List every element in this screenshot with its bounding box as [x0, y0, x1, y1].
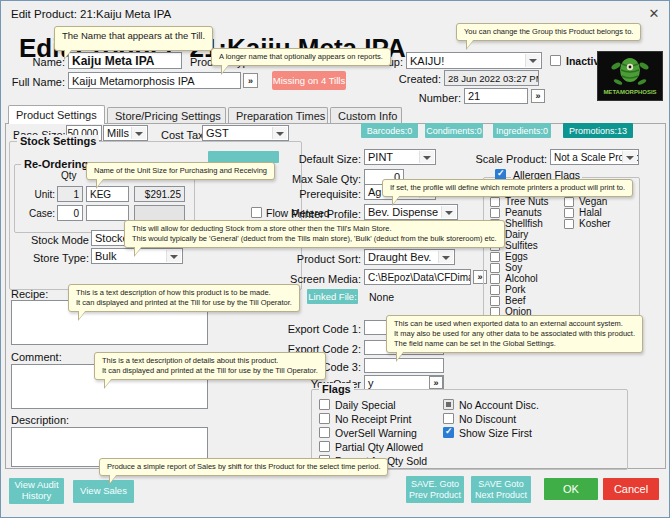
- number-input[interactable]: 21: [464, 88, 528, 104]
- chevron-down-icon: [419, 151, 434, 163]
- allergen-peanuts-checkbox[interactable]: [490, 208, 500, 218]
- cost-tax-select[interactable]: GST: [202, 125, 289, 141]
- cost-tax-label: Cost Tax:: [161, 129, 199, 141]
- comment-label: Comment:: [11, 351, 62, 363]
- window-title: Edit Product: 21:Kaiju Meta IPA: [11, 8, 171, 20]
- partial-qty-allowed-label: Partial Qty Allowed: [335, 441, 423, 453]
- default-size-select[interactable]: PINT: [364, 149, 436, 165]
- ok-button[interactable]: OK: [544, 478, 598, 500]
- save-goto-next-product-button[interactable]: SAVE Goto Next Product: [471, 476, 531, 503]
- unit-qty-field[interactable]: 1: [57, 186, 83, 202]
- screen-media-input[interactable]: C:\BEpoz\Data\CFDimage: [364, 269, 471, 285]
- oversell-warning-checkbox[interactable]: [319, 427, 330, 438]
- cancel-button[interactable]: Cancel: [603, 478, 659, 500]
- allergen-soy-label: Soy: [505, 262, 522, 273]
- case-label: Case:: [29, 208, 55, 219]
- allergen-halal-label: Halal: [579, 207, 602, 218]
- no-receipt-print-label: No Receipt Print: [335, 413, 411, 425]
- condiments-button[interactable]: Condiments:0: [425, 123, 483, 138]
- allergen-soy-checkbox[interactable]: [490, 263, 500, 273]
- allergen-vegan-label: Vegan: [579, 196, 607, 207]
- tab-product-settings[interactable]: Product Settings: [8, 105, 105, 124]
- number-label: Number:: [406, 92, 461, 104]
- unit-label: Unit:: [29, 189, 55, 200]
- no-discount-checkbox[interactable]: [443, 413, 454, 424]
- tooltip-tail: [110, 474, 117, 483]
- created-value: 28 Jun 2022 03:27 PM: [444, 70, 539, 86]
- stock-settings-label: Stock Settings: [17, 135, 99, 147]
- product-image: METAMORPHOSIS: [597, 51, 663, 101]
- cost-tax-value: GST: [206, 127, 229, 139]
- partial-qty-allowed-checkbox[interactable]: [319, 441, 330, 452]
- export-code-3-input[interactable]: [364, 358, 444, 373]
- save-goto-prev-product-button[interactable]: SAVE. Goto Prev Product: [406, 476, 464, 503]
- printer-profile-select[interactable]: Bev. Dispense: [364, 204, 458, 220]
- case-name-field[interactable]: [86, 205, 129, 221]
- description-label: Description:: [11, 414, 69, 426]
- case-cost-field: [134, 205, 185, 221]
- allergen-beef-checkbox[interactable]: [490, 296, 500, 306]
- oversell-warning-label: OverSell Warning: [335, 427, 417, 439]
- allergen-tree-nuts-checkbox[interactable]: [490, 197, 500, 207]
- default-size-label: Default Size:: [281, 153, 361, 165]
- allergen-eggs-checkbox[interactable]: [490, 252, 500, 262]
- group-select[interactable]: KAIJU!: [406, 52, 542, 69]
- full-name-expand-button[interactable]: »: [243, 73, 258, 88]
- view-audit-history-button[interactable]: View Audit History: [9, 478, 64, 504]
- no-receipt-print-checkbox[interactable]: [319, 413, 330, 424]
- unit-name-field[interactable]: KEG: [86, 186, 129, 202]
- tooltip-name: The Name that appears at the Till.: [54, 26, 213, 51]
- allergen-kosher-checkbox[interactable]: [564, 219, 574, 229]
- allergen-sulfites-label: Sulfites: [505, 240, 538, 251]
- allergen-pork-label: Pork: [505, 284, 526, 295]
- chevron-down-icon: [622, 151, 637, 163]
- chevron-down-icon: [166, 250, 181, 262]
- promotions-button[interactable]: Promotions:13: [563, 123, 633, 138]
- base-size-unit-select[interactable]: Mills: [103, 125, 148, 141]
- tab-custom-info[interactable]: Custom Info: [330, 107, 402, 124]
- created-label: Created:: [386, 73, 441, 85]
- linked-file-button[interactable]: Linked File:: [307, 289, 358, 304]
- number-expand-button[interactable]: »: [531, 89, 545, 103]
- allergen-halal-checkbox[interactable]: [564, 208, 574, 218]
- no-account-disc-checkbox[interactable]: [443, 399, 454, 410]
- view-sales-button[interactable]: View Sales: [73, 480, 134, 503]
- your-order-expand-button[interactable]: »: [429, 376, 443, 389]
- tab-preparation-times[interactable]: Preparation Times: [228, 107, 328, 124]
- full-name-input[interactable]: Kaiju Metamorphosis IPA: [68, 72, 241, 89]
- product-sort-select[interactable]: Draught Bev.: [364, 249, 455, 265]
- tooltip-tail: [105, 378, 112, 387]
- flow-metered-checkbox[interactable]: [251, 207, 262, 218]
- reordering-label: Re-Ordering: [21, 158, 91, 170]
- close-icon[interactable]: ✕: [645, 6, 663, 22]
- allergen-pork-checkbox[interactable]: [490, 285, 500, 295]
- name-label: Name:: [21, 56, 65, 68]
- full-name-label: Full Name:: [9, 76, 65, 88]
- scale-product-select[interactable]: Not a Scale Product: [550, 149, 639, 165]
- allergen-vegan-checkbox[interactable]: [564, 197, 574, 207]
- ingredients-button[interactable]: Ingredients:0: [493, 123, 551, 138]
- case-qty-field[interactable]: 0: [57, 205, 83, 221]
- tooltip-recipe: This is a text description of how this p…: [68, 284, 300, 312]
- allergen-peanuts-label: Peanuts: [505, 207, 542, 218]
- tooltip-stock-deduct: This will allow for deducting Stock from…: [124, 220, 505, 248]
- chevron-down-icon: [525, 54, 540, 67]
- name-input[interactable]: Kaiju Meta IPA: [68, 52, 182, 69]
- chevron-down-icon: [438, 251, 453, 263]
- prerequisite-value: Ag: [368, 186, 381, 198]
- barcodes-button[interactable]: Barcodes:0: [361, 123, 418, 138]
- store-type-label: Store Type:: [29, 252, 89, 264]
- tooltip-tail: [65, 49, 72, 58]
- daily-special-checkbox[interactable]: [319, 399, 330, 410]
- tooltip-tail: [79, 310, 86, 319]
- tooltip-comment: This is a text description of details ab…: [94, 352, 326, 380]
- group-value: KAIJU!: [410, 55, 444, 67]
- tab-store-pricing-settings[interactable]: Store/Pricing Settings: [107, 107, 226, 124]
- tooltip-tail: [135, 246, 142, 255]
- inactive-checkbox[interactable]: [550, 55, 561, 66]
- show-size-first-checkbox[interactable]: [443, 427, 454, 438]
- tooltip-full-name: A longer name that optionally appears on…: [211, 48, 391, 66]
- allergen-alcohol-checkbox[interactable]: [490, 274, 500, 284]
- linked-file-value: None: [369, 291, 394, 303]
- tooltip-view-sales: Produce a simple report of Sales by shif…: [99, 458, 388, 476]
